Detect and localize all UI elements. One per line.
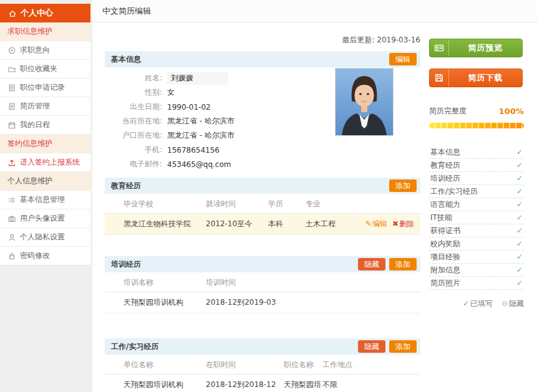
resume-preview-label: 简历预览 [449,39,522,57]
legend-filled-label: 已填写 [470,299,493,308]
field-value: 黑龙江省 - 哈尔滨市 [167,130,235,141]
column-header: 职位名称 [284,360,322,370]
save-icon [430,69,449,87]
sidebar-item-label: 职位申请记录 [20,82,65,93]
sidebar-item-password-change[interactable]: 密码修改 [0,247,90,265]
field-label: 姓名: [105,73,162,84]
checklist-item[interactable]: IT技能✓ [429,211,524,224]
field-label: 电子邮件: [105,159,162,170]
sidebar-item-label: 签约信息维护 [7,138,52,149]
field-value: 1990-01-02 [167,103,211,112]
field-label: 户口所在地: [105,130,162,141]
basic-info-fields: 姓名: 刘媛媛 性别: 女 出生日期: 1990-01-02 当前所在地: 黑龙… [105,67,420,173]
education-title: 教育经历 [111,181,141,191]
sidebar-item-basic-info[interactable]: 基本信息管理 [0,191,90,209]
field-label: 性别: [105,87,162,98]
training-table-row: 天翔梨园培训机构 2018-12到2019-03 [105,292,420,313]
work-add-button[interactable]: 添加 [389,340,417,353]
check-icon: ✓ [516,187,523,196]
education-section-bar: 教育经历 添加 [105,178,420,194]
checklist-item[interactable]: 项目经验✓ [429,251,524,264]
resume-section-checklist: 基本信息✓ 教育经历✓ 培训经历✓ 工作/实习经历✓ 语言能力✓ IT技能✓ 获… [429,146,524,290]
field-mobile: 手机: 15678654156 [105,143,420,157]
education-add-button[interactable]: 添加 [389,179,417,192]
column-header: 工作地点 [322,360,420,370]
work-position: 天翔梨园培 [284,380,322,390]
resume-photo [336,69,393,135]
training-title: 培训经历 [111,259,141,270]
basic-info-edit-button[interactable]: 编辑 [389,53,417,65]
calendar-icon [7,121,16,129]
sidebar-item-job-seek-section[interactable]: 求职信息维护 [0,22,90,41]
hidden-icon: ⊖ [501,299,508,308]
check-icon: ✓ [516,148,523,156]
sidebar-item-resume-management[interactable]: 简历管理 [0,97,90,116]
field-label: 当前所在地: [105,116,162,127]
sidebar-item-label: 求职信息维护 [7,26,52,37]
education-school: 黑龙江生物科技学院 [105,219,206,229]
training-hide-button[interactable]: 隐藏 [358,258,385,270]
sidebar-item-avatar-settings[interactable]: 用户头像设置 [0,209,90,228]
work-location: 不限 [322,380,420,390]
check-icon: ✓ [516,226,523,235]
check-icon: ✓ [516,265,523,274]
training-table-header: 培训名称 培训时间 [105,272,420,292]
work-table-header: 单位名称 在职时间 职位名称 工作地点 [105,355,420,375]
resume-preview-button[interactable]: 简历预览 [429,39,523,57]
checklist-item[interactable]: 附加信息✓ [429,264,524,277]
checklist-item[interactable]: 简历照片✓ [429,277,524,290]
main-body: 最后更新: 2019-03-16 基本信息 编辑 姓名: 刘媛媛 性别: 女 [92,22,537,392]
resume-download-button[interactable]: 简历下载 [429,69,523,87]
sidebar-item-label: 基本信息管理 [20,194,65,205]
document-icon [7,84,16,92]
checklist-item[interactable]: 基本信息✓ [429,146,524,159]
education-delete-link[interactable]: ✖删除 [392,219,414,228]
checklist-item[interactable]: 教育经历✓ [429,159,524,172]
education-edit-link[interactable]: ✎编辑 [365,219,387,228]
cross-icon: ✖ [392,219,399,228]
field-value-name[interactable]: 刘媛媛 [167,72,228,85]
column-header: 培训名称 [105,277,206,288]
resume-download-label: 简历下载 [449,69,522,87]
field-value: 453465@qq.com [167,160,231,169]
checklist-item[interactable]: 工作/实习经历✓ [429,185,524,198]
completeness-row: 简历完整度 100% [429,106,524,117]
sidebar-item-contract-section[interactable]: 签约信息维护 [0,135,90,153]
page-title-bar: 中文简历编辑 [92,0,537,22]
checklist-item[interactable]: 培训经历✓ [429,172,524,185]
education-degree: 本科 [268,219,306,229]
training-name: 天翔梨园培训机构 [105,297,206,308]
checklist-legend: ✓已填写 ⊖隐藏 [429,299,524,309]
sidebar-item-privacy-settings[interactable]: 个人隐私设置 [0,228,90,247]
field-value: 黑龙江省 - 哈尔滨市 [167,116,235,127]
app-window: 个人中心 求职信息维护 求职意向 职位收藏夹 职位申请记录 简历管理 我的日程 … [0,0,537,392]
sidebar-item-job-intention[interactable]: 求职意向 [0,41,90,60]
work-hide-button[interactable]: 隐藏 [358,340,385,353]
basic-info-section-bar: 基本信息 编辑 [105,51,420,67]
completeness-progress-bar [429,123,524,128]
sidebar-header-personal-center[interactable]: 个人中心 [0,4,90,22]
sidebar: 个人中心 求职信息维护 求职意向 职位收藏夹 职位申请记录 简历管理 我的日程 … [0,0,90,392]
training-add-button[interactable]: 添加 [389,258,417,270]
check-icon: ✓ [516,161,523,170]
list-icon [7,196,16,204]
sidebar-header-label: 个人中心 [21,7,53,19]
id-card-icon [430,39,449,57]
last-update: 最后更新: 2019-03-16 [105,35,420,45]
field-value: 15678654156 [167,146,220,155]
target-icon [7,46,16,54]
checklist-item[interactable]: 获得证书✓ [429,224,524,237]
sidebar-item-personal-info-section[interactable]: 个人信息维护 [0,172,90,191]
sidebar-item-application-records[interactable]: 职位申请记录 [0,79,90,97]
sidebar-item-label: 用户头像设置 [20,213,65,224]
column-header: 毕业学校 [105,199,206,209]
training-period: 2018-12到2019-03 [206,297,420,308]
main-panel: 中文简历编辑 最后更新: 2019-03-16 基本信息 编辑 姓名: 刘媛媛 [92,0,537,392]
sidebar-item-schedule[interactable]: 我的日程 [0,116,90,135]
sidebar-item-contract-system[interactable]: 进入签约上报系统 [0,153,90,172]
checklist-item[interactable]: 语言能力✓ [429,198,524,211]
sidebar-item-favorites[interactable]: 职位收藏夹 [0,60,90,79]
field-value: 女 [167,87,175,98]
checklist-item[interactable]: 校内奖励✓ [429,237,524,251]
sidebar-item-label: 我的日程 [20,120,50,130]
